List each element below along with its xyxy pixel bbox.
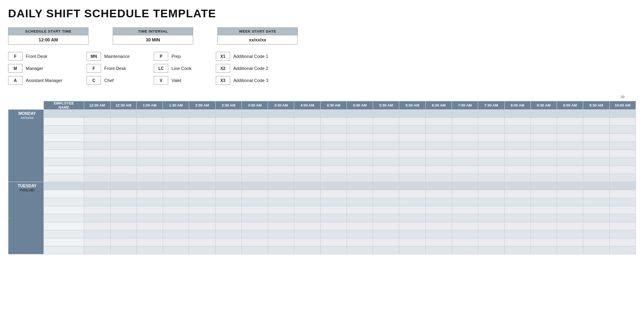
schedule-data-cell[interactable]	[242, 246, 268, 254]
schedule-data-cell[interactable]	[136, 133, 163, 141]
schedule-data-cell[interactable]	[557, 109, 583, 117]
employee-name-cell[interactable]	[43, 182, 84, 190]
schedule-data-cell[interactable]	[84, 133, 110, 141]
schedule-data-cell[interactable]	[136, 238, 163, 246]
schedule-data-cell[interactable]	[347, 150, 373, 158]
schedule-data-cell[interactable]	[347, 198, 373, 206]
schedule-data-cell[interactable]	[110, 109, 136, 117]
schedule-data-cell[interactable]	[583, 230, 609, 238]
schedule-data-cell[interactable]	[399, 166, 425, 174]
schedule-data-cell[interactable]	[110, 238, 136, 246]
schedule-data-cell[interactable]	[242, 190, 268, 198]
schedule-data-cell[interactable]	[504, 230, 530, 238]
schedule-data-cell[interactable]	[399, 246, 425, 254]
schedule-data-cell[interactable]	[452, 166, 478, 174]
schedule-data-cell[interactable]	[189, 238, 215, 246]
schedule-data-cell[interactable]	[110, 230, 136, 238]
schedule-data-cell[interactable]	[268, 246, 294, 254]
schedule-data-cell[interactable]	[557, 206, 583, 214]
schedule-data-cell[interactable]	[399, 190, 425, 198]
schedule-data-cell[interactable]	[478, 109, 504, 117]
schedule-data-cell[interactable]	[84, 174, 110, 182]
schedule-data-cell[interactable]	[478, 174, 504, 182]
schedule-data-cell[interactable]	[373, 238, 399, 246]
schedule-data-cell[interactable]	[609, 238, 636, 246]
schedule-data-cell[interactable]	[399, 222, 425, 230]
schedule-data-cell[interactable]	[294, 174, 320, 182]
schedule-data-cell[interactable]	[163, 117, 189, 125]
schedule-data-cell[interactable]	[347, 141, 373, 150]
schedule-data-cell[interactable]	[320, 230, 347, 238]
schedule-data-cell[interactable]	[163, 230, 189, 238]
schedule-data-cell[interactable]	[163, 125, 189, 133]
schedule-data-cell[interactable]	[452, 238, 478, 246]
schedule-data-cell[interactable]	[530, 125, 557, 133]
schedule-data-cell[interactable]	[373, 117, 399, 125]
schedule-data-cell[interactable]	[478, 190, 504, 198]
schedule-data-cell[interactable]	[347, 246, 373, 254]
schedule-data-cell[interactable]	[504, 117, 530, 125]
schedule-data-cell[interactable]	[347, 109, 373, 117]
schedule-data-cell[interactable]	[425, 166, 452, 174]
schedule-data-cell[interactable]	[242, 158, 268, 166]
employee-name-cell[interactable]	[43, 133, 84, 141]
schedule-data-cell[interactable]	[583, 198, 609, 206]
schedule-data-cell[interactable]	[609, 230, 636, 238]
schedule-data-cell[interactable]	[373, 166, 399, 174]
schedule-data-cell[interactable]	[583, 174, 609, 182]
schedule-data-cell[interactable]	[294, 198, 320, 206]
schedule-data-cell[interactable]	[373, 133, 399, 141]
schedule-data-cell[interactable]	[320, 182, 347, 190]
schedule-data-cell[interactable]	[504, 150, 530, 158]
schedule-data-cell[interactable]	[583, 222, 609, 230]
schedule-data-cell[interactable]	[110, 158, 136, 166]
schedule-data-cell[interactable]	[136, 198, 163, 206]
schedule-data-cell[interactable]	[294, 150, 320, 158]
schedule-data-cell[interactable]	[530, 133, 557, 141]
schedule-data-cell[interactable]	[373, 141, 399, 150]
schedule-data-cell[interactable]	[242, 206, 268, 214]
schedule-data-cell[interactable]	[136, 206, 163, 214]
schedule-data-cell[interactable]	[189, 182, 215, 190]
schedule-data-cell[interactable]	[399, 133, 425, 141]
schedule-data-cell[interactable]	[294, 166, 320, 174]
schedule-data-cell[interactable]	[347, 214, 373, 222]
schedule-data-cell[interactable]	[215, 198, 242, 206]
schedule-data-cell[interactable]	[242, 117, 268, 125]
schedule-data-cell[interactable]	[268, 214, 294, 222]
schedule-data-cell[interactable]	[320, 166, 347, 174]
schedule-data-cell[interactable]	[215, 133, 242, 141]
schedule-data-cell[interactable]	[189, 174, 215, 182]
schedule-data-cell[interactable]	[215, 246, 242, 254]
schedule-data-cell[interactable]	[425, 133, 452, 141]
schedule-data-cell[interactable]	[268, 158, 294, 166]
schedule-data-cell[interactable]	[557, 133, 583, 141]
schedule-data-cell[interactable]	[320, 174, 347, 182]
schedule-data-cell[interactable]	[215, 190, 242, 198]
schedule-data-cell[interactable]	[242, 141, 268, 150]
schedule-data-cell[interactable]	[452, 109, 478, 117]
schedule-data-cell[interactable]	[347, 206, 373, 214]
schedule-data-cell[interactable]	[557, 214, 583, 222]
schedule-data-cell[interactable]	[557, 182, 583, 190]
schedule-data-cell[interactable]	[320, 125, 347, 133]
schedule-data-cell[interactable]	[136, 158, 163, 166]
schedule-data-cell[interactable]	[320, 222, 347, 230]
schedule-data-cell[interactable]	[347, 182, 373, 190]
schedule-data-cell[interactable]	[347, 174, 373, 182]
schedule-data-cell[interactable]	[399, 230, 425, 238]
schedule-data-cell[interactable]	[347, 166, 373, 174]
schedule-data-cell[interactable]	[242, 150, 268, 158]
schedule-data-cell[interactable]	[110, 133, 136, 141]
schedule-data-cell[interactable]	[163, 109, 189, 117]
schedule-data-cell[interactable]	[84, 222, 110, 230]
schedule-data-cell[interactable]	[399, 109, 425, 117]
schedule-data-cell[interactable]	[215, 109, 242, 117]
schedule-data-cell[interactable]	[242, 109, 268, 117]
schedule-data-cell[interactable]	[268, 206, 294, 214]
schedule-data-cell[interactable]	[136, 190, 163, 198]
schedule-data-cell[interactable]	[136, 182, 163, 190]
schedule-data-cell[interactable]	[242, 214, 268, 222]
schedule-data-cell[interactable]	[163, 246, 189, 254]
schedule-data-cell[interactable]	[425, 246, 452, 254]
